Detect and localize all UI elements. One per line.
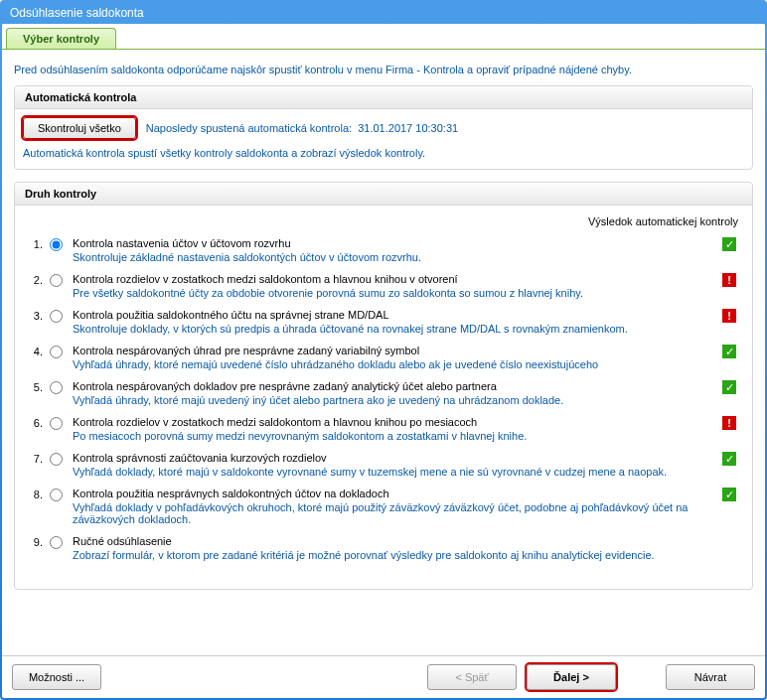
control-desc: Vyhľadá doklady, ktoré majú v saldokonte…: [73, 466, 710, 478]
row-number: 6.: [23, 416, 43, 429]
control-title: Kontrola nespárovaných dokladov pre nesp…: [73, 380, 710, 392]
row-number: 1.: [23, 237, 43, 250]
footer: Možnosti ... < Späť Ďalej > Návrat: [2, 655, 765, 698]
check-icon: ✓: [722, 380, 736, 394]
control-title: Kontrola správnosti zaúčtovania kurzovýc…: [73, 452, 710, 464]
control-row: 8.Kontrola použitia nesprávnych saldokon…: [23, 488, 744, 525]
tabbar: Výber kontroly: [2, 24, 765, 49]
control-row: 7.Kontrola správnosti zaúčtovania kurzov…: [23, 452, 744, 478]
control-desc: Vyhľadá doklady v pohľadávkových okruhoc…: [73, 501, 710, 525]
control-title: Kontrola použitia saldokontného účtu na …: [73, 309, 710, 321]
next-button[interactable]: Ďalej >: [527, 664, 616, 690]
auto-check-panel: Automatická kontrola Skontroluj všetko N…: [14, 85, 753, 170]
tab-vyber-kontroly[interactable]: Výber kontroly: [6, 28, 116, 49]
titlebar: Odsúhlasenie saldokonta: [2, 2, 765, 24]
content-area: Výber kontroly Pred odsúhlasením saldoko…: [2, 24, 765, 698]
row-number: 8.: [23, 488, 43, 500]
last-run-label: Naposledy spustená automatická kontrola:…: [146, 122, 458, 134]
row-number: 2.: [23, 273, 43, 286]
check-icon: ✓: [722, 452, 736, 466]
cancel-button[interactable]: Návrat: [666, 664, 755, 690]
result-column-header: Výsledok automatickej kontroly: [23, 211, 744, 237]
control-title: Kontrola použitia nesprávnych saldokontn…: [73, 488, 710, 499]
control-type-panel: Druh kontroly Výsledok automatickej kont…: [14, 182, 753, 590]
control-desc: Pre všetky saldokontné účty za obdobie o…: [73, 287, 710, 299]
control-title: Kontrola nastavenia účtov v účtovom rozv…: [73, 237, 710, 249]
control-row: 3.Kontrola použitia saldokontného účtu n…: [23, 309, 744, 335]
row-number: 3.: [23, 309, 43, 322]
window-title: Odsúhlasenie saldokonta: [10, 6, 144, 20]
options-button[interactable]: Možnosti ...: [12, 664, 101, 690]
control-radio[interactable]: [50, 346, 63, 358]
control-title: Kontrola rozdielov v zostatkoch medzi sa…: [73, 416, 710, 428]
app-window: Odsúhlasenie saldokonta Výber kontroly P…: [0, 0, 767, 700]
main-panel: Pred odsúhlasením saldokonta odporúčame …: [2, 49, 765, 655]
warn-icon: !: [722, 273, 736, 287]
control-radio[interactable]: [50, 417, 63, 430]
intro-text: Pred odsúhlasením saldokonta odporúčame …: [14, 64, 753, 75]
control-row: 1.Kontrola nastavenia účtov v účtovom ro…: [23, 237, 744, 263]
control-radio[interactable]: [50, 238, 63, 251]
back-button: < Späť: [427, 664, 517, 690]
control-title: Ručné odsúhlasenie: [73, 535, 710, 547]
control-row: 6.Kontrola rozdielov v zostatkoch medzi …: [23, 416, 744, 442]
control-radio[interactable]: [50, 274, 63, 287]
auto-check-header: Automatická kontrola: [15, 86, 752, 109]
check-icon: ✓: [722, 345, 736, 358]
control-radio[interactable]: [50, 310, 63, 323]
control-desc: Vyhľadá úhrady, ktoré majú uvedený iný ú…: [73, 394, 710, 406]
check-icon: ✓: [722, 488, 736, 501]
control-desc: Po mesiacoch porovná sumy medzi nevyrovn…: [73, 430, 710, 442]
row-number: 7.: [23, 452, 43, 465]
control-radio[interactable]: [50, 536, 63, 549]
control-radio[interactable]: [50, 453, 63, 466]
control-row: 2.Kontrola rozdielov v zostatkoch medzi …: [23, 273, 744, 299]
row-number: 4.: [23, 345, 43, 357]
control-radio[interactable]: [50, 381, 63, 394]
control-list: 1.Kontrola nastavenia účtov v účtovom ro…: [23, 237, 744, 561]
control-desc: Zobrazí formulár, v ktorom pre zadané kr…: [73, 549, 710, 561]
control-desc: Vyhľadá úhrady, ktoré nemajú uvedené čís…: [73, 358, 710, 370]
control-row: 9.Ručné odsúhlasenieZobrazí formulár, v …: [23, 535, 744, 561]
control-desc: Skontroluje základné nastavenia saldokon…: [73, 251, 710, 263]
control-title: Kontrola nespárovaných úhrad pre nespráv…: [73, 345, 710, 356]
check-icon: ✓: [722, 237, 736, 251]
control-desc: Skontroluje doklady, v ktorých sú predpi…: [73, 323, 710, 335]
control-row: 4.Kontrola nespárovaných úhrad pre nespr…: [23, 345, 744, 370]
control-type-header: Druh kontroly: [15, 183, 752, 206]
row-number: 5.: [23, 380, 43, 393]
control-row: 5.Kontrola nespárovaných dokladov pre ne…: [23, 380, 744, 406]
row-number: 9.: [23, 535, 43, 548]
check-all-button[interactable]: Skontroluj všetko: [23, 117, 136, 139]
control-radio[interactable]: [50, 489, 63, 501]
warn-icon: !: [722, 309, 736, 323]
warn-icon: !: [722, 416, 736, 430]
control-title: Kontrola rozdielov v zostatkoch medzi sa…: [73, 273, 710, 285]
auto-check-desc: Automatická kontrola spustí všetky kontr…: [23, 147, 744, 159]
